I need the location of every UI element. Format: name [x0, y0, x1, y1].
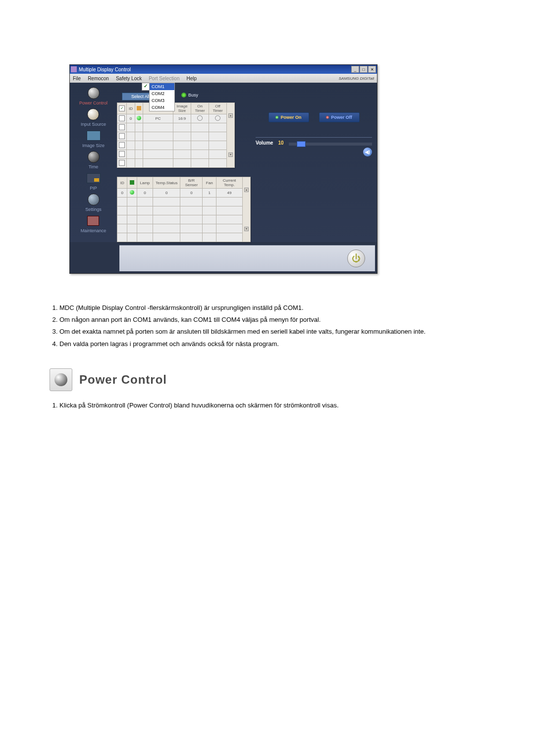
- sidebar-label: Time: [89, 164, 99, 169]
- sidebar-item-power-control[interactable]: Power Control: [79, 87, 107, 105]
- table-row[interactable]: [117, 198, 251, 206]
- list-item: MDC (Multiple Display Control -flerskärm…: [59, 303, 485, 312]
- table-row[interactable]: 0 0 0 0 1 49: [117, 189, 251, 198]
- sidebar-item-pip[interactable]: PIP: [85, 172, 103, 191]
- port-com4[interactable]: COM4: [150, 104, 174, 111]
- table-row[interactable]: [117, 215, 251, 224]
- sidebar-label: Settings: [85, 207, 102, 212]
- sidebar: Power Control Input Source Image Size Ti…: [70, 83, 117, 242]
- sidebar-label: PIP: [90, 186, 97, 191]
- busy-indicator-icon: [181, 93, 186, 98]
- col-temp-status: Temp.Status: [153, 177, 180, 189]
- sidebar-item-time[interactable]: Time: [85, 151, 103, 169]
- col-fan: Fan: [203, 177, 216, 189]
- power-off-button[interactable]: Power Off: [319, 112, 360, 122]
- volume-value: 10: [278, 140, 283, 146]
- table-row[interactable]: [117, 123, 235, 132]
- menubar: File Remocon Safety Lock Port Selection …: [70, 74, 377, 83]
- port-com2[interactable]: COM2: [150, 90, 174, 97]
- titlebar: Multiple Display Control _ □ ✕: [70, 65, 377, 74]
- scrollbar[interactable]: ▴▾: [242, 177, 250, 242]
- sidebar-item-input-source[interactable]: Input Source: [81, 108, 106, 127]
- menu-file[interactable]: File: [73, 76, 81, 81]
- list-item: Den valda porten lagras i programmet och…: [59, 340, 485, 349]
- center-panel: Select All Busy ✓ ID - . - Image Size On…: [117, 83, 251, 242]
- maintenance-icon: [87, 216, 99, 226]
- col-id: ID: [117, 177, 127, 189]
- col-image-size: Image Size: [173, 103, 191, 114]
- port-check-icon: ✓: [142, 83, 150, 91]
- power-on-button[interactable]: Power On: [268, 112, 309, 122]
- port-com3[interactable]: COM3: [150, 97, 174, 104]
- sidebar-item-settings[interactable]: Settings: [85, 193, 103, 212]
- list-item: Om det exakta namnet på porten som är an…: [59, 327, 485, 336]
- speaker-icon[interactable]: ◀): [363, 148, 372, 156]
- col-current-temp: Current Temp.: [216, 177, 243, 189]
- settings-icon: [88, 194, 100, 205]
- app-window: Multiple Display Control _ □ ✕ File Remo…: [69, 64, 377, 274]
- menu-safety-lock[interactable]: Safety Lock: [116, 76, 142, 81]
- volume-slider[interactable]: [289, 143, 372, 146]
- list-item: Om någon annan port än COM1 används, kan…: [59, 315, 485, 324]
- power-status-icon: ⏻: [347, 250, 365, 267]
- minimize-button[interactable]: _: [351, 66, 359, 73]
- col-on-timer: On Timer: [191, 103, 209, 114]
- section-instruction-list: Klicka på Strömkontroll (Power Control) …: [50, 401, 485, 410]
- pip-icon: [87, 173, 101, 183]
- table-row[interactable]: 0 PC 16:9: [117, 114, 235, 123]
- section-title: Power Control: [79, 373, 167, 387]
- close-button[interactable]: ✕: [368, 66, 376, 73]
- window-title: Multiple Display Control: [79, 67, 131, 72]
- section-header: Power Control: [50, 368, 485, 391]
- table-row[interactable]: [117, 206, 251, 215]
- port-com1[interactable]: COM1: [150, 83, 174, 90]
- busy-label: Busy: [188, 93, 198, 98]
- image-size-icon: [87, 131, 101, 141]
- table-row[interactable]: [117, 132, 235, 141]
- table-row[interactable]: [117, 233, 251, 242]
- sidebar-label: Power Control: [79, 101, 107, 105]
- table-row[interactable]: [117, 150, 235, 159]
- scrollbar[interactable]: ▴▾: [227, 103, 235, 168]
- col-id: ID: [127, 103, 135, 114]
- sidebar-label: Maintenance: [81, 228, 107, 233]
- col-br-sensor: B/R Senser: [180, 177, 203, 189]
- led-off-icon: [326, 116, 329, 119]
- instruction-list: MDC (Multiple Display Control -flerskärm…: [50, 303, 485, 349]
- volume-label: Volume: [256, 140, 273, 146]
- volume-thumb[interactable]: [297, 141, 306, 147]
- app-icon: [71, 66, 77, 72]
- col-off-timer: Off Timer: [209, 103, 227, 114]
- sidebar-item-maintenance[interactable]: Maintenance: [81, 214, 107, 233]
- volume-panel: Volume 10 ◀): [256, 137, 372, 156]
- table-row[interactable]: [117, 224, 251, 233]
- status-bar: ⏻: [119, 245, 375, 271]
- sidebar-label: Image Size: [82, 143, 105, 148]
- table-row[interactable]: [117, 141, 235, 150]
- power-control-icon: [88, 87, 100, 99]
- display-grid: ✓ ID - . - Image Size On Timer Off Timer…: [117, 102, 235, 168]
- menu-remocon[interactable]: Remocon: [88, 76, 109, 81]
- right-panel: Power On Power Off Volume 10: [251, 83, 377, 242]
- menu-port-selection[interactable]: Port Selection: [149, 76, 179, 81]
- sidebar-label: Input Source: [81, 122, 106, 127]
- table-row[interactable]: [117, 159, 235, 168]
- section-icon: [50, 368, 72, 391]
- led-on-icon: [275, 116, 278, 119]
- input-source-icon: [87, 108, 99, 120]
- sidebar-item-image-size[interactable]: Image Size: [82, 129, 105, 148]
- menu-help[interactable]: Help: [186, 76, 197, 81]
- maximize-button[interactable]: □: [360, 66, 368, 73]
- time-icon: [88, 151, 100, 163]
- port-dropdown[interactable]: COM1 COM2 COM3 COM4: [149, 83, 175, 111]
- list-item: Klicka på Strömkontroll (Power Control) …: [59, 401, 485, 410]
- status-grid: ID Lamp Temp.Status B/R Senser Fan Curre…: [117, 177, 251, 242]
- col-lamp: Lamp: [137, 177, 153, 189]
- brand-label: SAMSUNG DIGITall: [339, 76, 374, 81]
